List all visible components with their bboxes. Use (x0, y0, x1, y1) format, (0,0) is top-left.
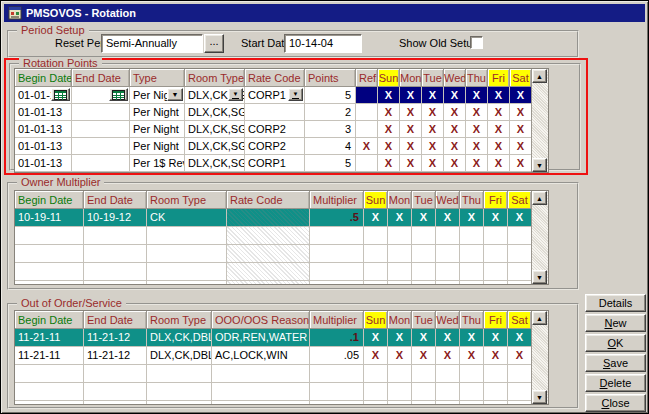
cell-day-mon[interactable]: X (388, 329, 412, 347)
cell-type[interactable]: Per Night (130, 121, 185, 138)
cell-reason[interactable]: ODR,REN,WATER (212, 329, 310, 347)
cell-day-tue[interactable]: X (412, 209, 436, 227)
cell-mult[interactable]: .05 (310, 347, 364, 365)
calendar-button[interactable] (51, 88, 70, 101)
cell-mult[interactable]: .5 (310, 209, 364, 227)
cell-day-sun[interactable]: X (378, 138, 400, 155)
cell-points[interactable]: 5 (305, 155, 356, 172)
cell-ref[interactable] (356, 121, 378, 138)
cell-room[interactable]: DLX,CK,SGK,KO (185, 138, 245, 155)
cell-day-mon[interactable]: X (400, 155, 422, 172)
cell-end[interactable] (72, 138, 130, 155)
cell-day-mon[interactable]: X (388, 347, 412, 365)
cell-day-mon[interactable]: X (400, 121, 422, 138)
cell-begin[interactable]: 01-01-13 (15, 121, 72, 138)
cell-day-fri[interactable]: X (484, 347, 508, 365)
new-button[interactable]: New (585, 314, 646, 332)
cell-day-tue[interactable]: X (422, 104, 444, 121)
show-old-setup-checkbox[interactable] (470, 36, 483, 49)
cell-day-thu[interactable]: X (460, 329, 484, 347)
cell-ref[interactable] (356, 87, 378, 104)
cell-day-fri[interactable]: X (484, 209, 508, 227)
cell-day-thu[interactable]: X (466, 138, 488, 155)
dropdown-arrow-button[interactable]: ▼ (167, 88, 183, 101)
cell-day-wed[interactable]: X (436, 347, 460, 365)
cell-begin[interactable]: 11-21-11 (15, 329, 84, 347)
cell-day-thu[interactable]: X (466, 104, 488, 121)
cell-day-tue[interactable]: X (422, 138, 444, 155)
details-button[interactable]: Details (585, 294, 646, 312)
delete-button[interactable]: Delete (585, 374, 646, 392)
scrollbar-down-button[interactable]: ▼ (532, 158, 547, 172)
owner-multiplier-scrollbar[interactable]: ▲ ▼ (531, 191, 548, 284)
cell-points[interactable]: 4 (305, 138, 356, 155)
cell-type[interactable]: Per Night (130, 104, 185, 121)
cell-rate[interactable]: CORP2 (245, 138, 305, 155)
out-of-order-scrollbar[interactable]: ▲ ▼ (531, 311, 548, 404)
cell-day-fri[interactable]: X (488, 155, 510, 172)
rotation-points-scrollbar[interactable]: ▲ ▼ (531, 69, 548, 172)
cell-room[interactable]: DLX,CK,SG▼ (185, 87, 245, 104)
cell-day-fri[interactable]: X (488, 121, 510, 138)
cell-day-tue[interactable]: X (422, 121, 444, 138)
cell-rate[interactable] (245, 104, 305, 121)
cell-end[interactable]: 11-21-12 (84, 347, 147, 365)
cell-rate[interactable]: CORP1 (245, 155, 305, 172)
scrollbar-up-button[interactable]: ▲ (532, 191, 547, 205)
ok-button[interactable]: OK (585, 334, 646, 352)
cell-day-thu[interactable]: X (460, 347, 484, 365)
cell-day-mon[interactable]: X (400, 104, 422, 121)
cell-day-sat[interactable]: X (508, 329, 532, 347)
cell-day-tue[interactable]: X (412, 347, 436, 365)
cell-room[interactable]: DLX,CK,DBL (147, 347, 212, 365)
cell-day-sat[interactable]: X (508, 347, 532, 365)
cell-type[interactable]: Per Night▼ (130, 87, 185, 104)
cell-end[interactable] (72, 121, 130, 138)
cell-end[interactable] (72, 104, 130, 121)
cell-day-sun[interactable]: X (378, 87, 400, 104)
cell-day-wed[interactable]: X (444, 104, 466, 121)
cell-end[interactable] (72, 155, 130, 172)
cell-ref[interactable] (356, 155, 378, 172)
cell-points[interactable]: 5 (305, 87, 356, 104)
cell-day-thu[interactable]: X (466, 121, 488, 138)
cell-day-thu[interactable]: X (466, 87, 488, 104)
cell-day-wed[interactable]: X (444, 155, 466, 172)
cell-end[interactable]: 11-21-12 (84, 329, 147, 347)
cell-day-sun[interactable]: X (364, 329, 388, 347)
cell-day-wed[interactable]: X (444, 121, 466, 138)
cell-day-tue[interactable]: X (422, 87, 444, 104)
cell-day-fri[interactable]: X (488, 104, 510, 121)
cell-day-tue[interactable]: X (422, 155, 444, 172)
cell-points[interactable]: 3 (305, 121, 356, 138)
cell-day-sat[interactable]: X (510, 155, 532, 172)
cell-day-sat[interactable]: X (510, 87, 532, 104)
cell-day-fri[interactable]: X (484, 329, 508, 347)
cell-room[interactable]: DLX,CK,SGK,KO (185, 104, 245, 121)
cell-mult[interactable]: .1 (310, 329, 364, 347)
cell-day-sun[interactable]: X (378, 155, 400, 172)
close-button[interactable]: Close (585, 394, 646, 412)
list-values-button[interactable]: ▼ (228, 88, 243, 101)
cell-day-sat[interactable]: X (510, 121, 532, 138)
cell-type[interactable]: Per 1$ Revenu (130, 155, 185, 172)
cell-ref[interactable] (356, 104, 378, 121)
cell-rate[interactable]: CORP2 (245, 121, 305, 138)
cell-day-sat[interactable]: X (508, 209, 532, 227)
cell-room[interactable]: DLX,CK,SGK,KO (185, 121, 245, 138)
cell-day-tue[interactable]: X (412, 329, 436, 347)
cell-begin[interactable]: 01-01-13 (15, 104, 72, 121)
cell-points[interactable]: 2 (305, 104, 356, 121)
cell-ref[interactable]: X (356, 138, 378, 155)
cell-day-fri[interactable]: X (488, 138, 510, 155)
cell-room[interactable]: DLX,CK,DBL (147, 329, 212, 347)
cell-end[interactable]: 10-19-12 (84, 209, 147, 227)
cell-day-thu[interactable]: X (466, 155, 488, 172)
cell-day-wed[interactable]: X (444, 138, 466, 155)
scrollbar-up-button[interactable]: ▲ (532, 69, 547, 83)
reset-period-field[interactable]: Semi-Annually (101, 34, 203, 53)
cell-reason[interactable]: AC,LOCK,WIN (212, 347, 310, 365)
cell-begin[interactable]: 10-19-11 (15, 209, 84, 227)
cell-day-thu[interactable]: X (460, 209, 484, 227)
cell-day-wed[interactable]: X (444, 87, 466, 104)
